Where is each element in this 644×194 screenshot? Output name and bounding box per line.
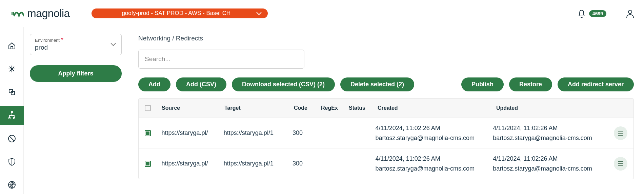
created-by: bartosz.staryga@magnolia-cms.com [376,164,493,173]
chevron-down-icon [256,12,262,15]
restore-button[interactable]: Restore [509,77,552,91]
updated-by: bartosz.staryga@magnolia-cms.com [493,164,614,173]
updated-date: 4/11/2024, 11:02:26 AM [493,155,614,163]
cell-updated: 4/11/2024, 11:02:26 AM bartosz.staryga@m… [493,124,614,142]
col-updated: Updated [496,105,618,111]
chevron-down-icon [110,43,116,46]
topbar: magnolia goofy-prod - SAT PROD - AWS - B… [0,0,644,27]
user-menu[interactable] [616,0,644,27]
select-all-checkbox[interactable] [145,105,151,111]
required-mark: * [61,37,63,43]
table-row[interactable]: https://staryga.pl/ https://staryga.pl/1… [139,148,633,179]
logo-icon [12,10,24,18]
created-date: 4/11/2024, 11:02:26 AM [376,155,493,163]
nav-rail [0,27,24,194]
col-status: Status [349,105,378,111]
nav-networking[interactable] [0,106,24,124]
filter-panel: Environment * prod Apply filters [24,27,128,194]
cell-target: https://staryga.pl/1 [224,129,293,137]
cell-created: 4/11/2024, 11:02:26 AM bartosz.staryga@m… [376,124,493,142]
environment-selector[interactable]: goofy-prod - SAT PROD - AWS - Basel CH [92,8,268,18]
search-input-wrap[interactable] [138,50,304,69]
svg-rect-0 [12,12,13,15]
cell-target: https://staryga.pl/1 [224,160,293,167]
svg-rect-4 [11,91,15,95]
menu-icon [617,161,624,166]
nav-asterisk[interactable] [0,60,24,78]
environment-label: goofy-prod - SAT PROD - AWS - Basel CH [122,10,230,16]
cell-source: https://staryga.pl/ [162,129,224,137]
notifications[interactable]: 4699 [568,0,616,27]
delete-selected-button[interactable]: Delete selected (2) [340,77,414,91]
col-code: Code [294,105,321,111]
add-csv-button[interactable]: Add (CSV) [176,77,226,91]
col-source: Source [162,105,224,111]
add-redirect-server-button[interactable]: Add redirect server [558,77,634,91]
action-toolbar: Add Add (CSV) Download selected (CSV) (2… [138,77,634,91]
apply-filters-button[interactable]: Apply filters [30,65,122,82]
svg-rect-1 [13,12,14,15]
environment-select[interactable]: Environment * prod [30,34,122,55]
logo-text: magnolia [27,7,70,20]
field-label: Environment [35,38,60,43]
row-checkbox[interactable] [145,161,151,167]
field-value: prod [35,44,117,51]
cell-code: 300 [293,129,319,137]
nav-shield[interactable] [0,153,24,171]
user-icon [626,9,635,18]
breadcrumb: Networking / Redirects [138,35,634,42]
cell-code: 300 [293,160,319,167]
svg-point-2 [628,10,632,14]
menu-icon [617,130,624,136]
redirects-table: Source Target Code RegEx Status Created … [138,98,634,179]
nav-home[interactable] [0,37,24,55]
bell-icon [578,9,586,18]
table-header: Source Target Code RegEx Status Created … [139,99,633,118]
nav-globe-x[interactable] [0,176,24,194]
updated-by: bartosz.staryga@magnolia-cms.com [493,134,614,142]
notification-count: 4699 [589,10,606,17]
col-target: Target [224,105,294,111]
cell-updated: 4/11/2024, 11:02:26 AM bartosz.staryga@m… [493,155,614,173]
created-date: 4/11/2024, 11:02:26 AM [376,124,493,132]
nav-globe-blocked[interactable] [0,129,24,148]
publish-button[interactable]: Publish [461,77,504,91]
row-menu-button[interactable] [614,126,627,140]
nav-layers[interactable] [0,83,24,101]
main-content: Networking / Redirects Add Add (CSV) Dow… [128,27,644,194]
add-button[interactable]: Add [138,77,170,91]
logo[interactable]: magnolia [0,7,81,20]
search-input[interactable] [145,55,298,63]
row-checkbox[interactable] [145,130,151,136]
cell-source: https://staryga.pl/ [162,160,224,167]
col-regex: RegEx [321,105,349,111]
created-by: bartosz.staryga@magnolia-cms.com [376,134,493,142]
updated-date: 4/11/2024, 11:02:26 AM [493,124,614,132]
row-menu-button[interactable] [614,157,627,171]
svg-rect-3 [9,89,13,93]
download-selected-button[interactable]: Download selected (CSV) (2) [232,77,335,91]
table-row[interactable]: https://staryga.pl/ https://staryga.pl/1… [139,118,633,148]
col-created: Created [378,105,496,111]
cell-created: 4/11/2024, 11:02:26 AM bartosz.staryga@m… [376,155,493,173]
